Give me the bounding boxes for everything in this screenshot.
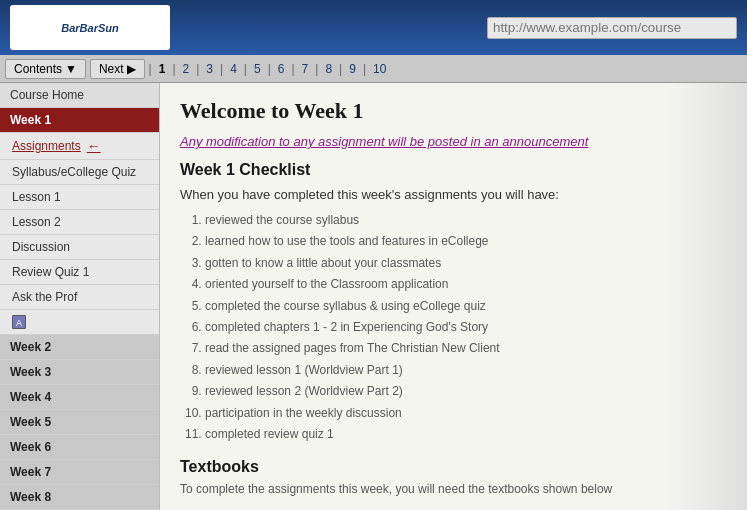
nav-bar: Contents ▼ Next ▶ | 1 | 2 | 3 | 4 | 5 | … (0, 55, 747, 83)
week5-label: Week 5 (10, 415, 51, 429)
page-link-5[interactable]: 5 (251, 62, 264, 76)
week6-label: Week 6 (10, 440, 51, 454)
next-label: Next (99, 62, 124, 76)
checklist-intro: When you have completed this week's assi… (180, 187, 727, 202)
checklist-item-8: reviewed lesson 1 (Worldview Part 1) (205, 360, 727, 380)
page-link-7[interactable]: 7 (299, 62, 312, 76)
sidebar-item-lesson1[interactable]: Lesson 1 (0, 185, 159, 210)
page-link-6[interactable]: 6 (275, 62, 288, 76)
page-link-1[interactable]: 1 (156, 62, 169, 76)
checklist-item-2: learned how to use the tools and feature… (205, 231, 727, 251)
lesson1-label: Lesson 1 (12, 190, 61, 204)
page-link-2[interactable]: 2 (180, 62, 193, 76)
page-link-8[interactable]: 8 (322, 62, 335, 76)
next-arrow-icon: ▶ (127, 62, 136, 76)
logo-text: BarBarSun (61, 22, 118, 34)
page-link-10[interactable]: 10 (370, 62, 389, 76)
sidebar-item-lesson2[interactable]: Lesson 2 (0, 210, 159, 235)
checklist-item-10: participation in the weekly discussion (205, 403, 727, 423)
checklist-title: Week 1 Checklist (180, 161, 727, 179)
page-link-9[interactable]: 9 (346, 62, 359, 76)
checklist-item-3: gotten to know a little about your class… (205, 253, 727, 273)
sidebar-item-week1[interactable]: Week 1 (0, 108, 159, 133)
ask-prof-label: Ask the Prof (12, 290, 77, 304)
checklist-item-5: completed the course syllabus & using eC… (205, 296, 727, 316)
sidebar-item-discussion[interactable]: Discussion (0, 235, 159, 260)
logo: BarBarSun (10, 5, 170, 50)
checklist-item-11: completed review quiz 1 (205, 424, 727, 444)
review-quiz-label: Review Quiz 1 (12, 265, 89, 279)
checklist: reviewed the course syllabus learned how… (205, 210, 727, 444)
sidebar-item-assignments[interactable]: Assignments ← (0, 133, 159, 160)
separator-7: | (291, 62, 294, 76)
next-button[interactable]: Next ▶ (90, 59, 145, 79)
separator-6: | (268, 62, 271, 76)
sidebar-item-small-icon[interactable]: A (0, 310, 159, 335)
sidebar-item-week2[interactable]: Week 2 (0, 335, 159, 360)
sidebar-item-week5[interactable]: Week 5 (0, 410, 159, 435)
separator-9: | (339, 62, 342, 76)
lesson2-label: Lesson 2 (12, 215, 61, 229)
page-link-4[interactable]: 4 (227, 62, 240, 76)
arrow-indicator-icon: ← (87, 138, 101, 154)
sidebar-item-syllabus[interactable]: Syllabus/eCollege Quiz (0, 160, 159, 185)
announcement-text: Any modification to any assignment will … (180, 134, 727, 149)
contents-button[interactable]: Contents ▼ (5, 59, 86, 79)
separator-4: | (220, 62, 223, 76)
contents-arrow-icon: ▼ (65, 62, 77, 76)
sidebar-item-week7[interactable]: Week 7 (0, 460, 159, 485)
sidebar: Course Home Week 1 Assignments ← Syllabu… (0, 83, 160, 510)
week4-label: Week 4 (10, 390, 51, 404)
separator-5: | (244, 62, 247, 76)
assignments-label: Assignments (12, 139, 81, 153)
checklist-item-4: oriented yourself to the Classroom appli… (205, 274, 727, 294)
page-title: Welcome to Week 1 (180, 98, 727, 124)
content-area: Welcome to Week 1 Any modification to an… (160, 83, 747, 510)
week2-label: Week 2 (10, 340, 51, 354)
url-input[interactable] (487, 17, 737, 39)
discussion-label: Discussion (12, 240, 70, 254)
week1-label: Week 1 (10, 113, 51, 127)
textbooks-text: To complete the assignments this week, y… (180, 482, 727, 496)
contents-label: Contents (14, 62, 62, 76)
small-icon: A (12, 315, 26, 329)
separator-3: | (196, 62, 199, 76)
week3-label: Week 3 (10, 365, 51, 379)
sidebar-item-ask-prof[interactable]: Ask the Prof (0, 285, 159, 310)
separator-2: | (172, 62, 175, 76)
header: BarBarSun (0, 0, 747, 55)
separator-8: | (315, 62, 318, 76)
week8-label: Week 8 (10, 490, 51, 504)
checklist-item-6: completed chapters 1 - 2 in Experiencing… (205, 317, 727, 337)
syllabus-label: Syllabus/eCollege Quiz (12, 165, 136, 179)
sidebar-item-week4[interactable]: Week 4 (0, 385, 159, 410)
separator-1: | (149, 62, 152, 76)
textbooks-title: Textbooks (180, 458, 727, 476)
header-right (170, 17, 737, 39)
checklist-item-9: reviewed lesson 2 (Worldview Part 2) (205, 381, 727, 401)
checklist-item-7: read the assigned pages from The Christi… (205, 338, 727, 358)
separator-10: | (363, 62, 366, 76)
course-home-label: Course Home (10, 88, 84, 102)
sidebar-item-week6[interactable]: Week 6 (0, 435, 159, 460)
sidebar-item-review-quiz[interactable]: Review Quiz 1 (0, 260, 159, 285)
page-link-3[interactable]: 3 (203, 62, 216, 76)
sidebar-item-course-home[interactable]: Course Home (0, 83, 159, 108)
sidebar-item-week8[interactable]: Week 8 (0, 485, 159, 510)
week7-label: Week 7 (10, 465, 51, 479)
checklist-item-1: reviewed the course syllabus (205, 210, 727, 230)
sidebar-item-week3[interactable]: Week 3 (0, 360, 159, 385)
main-layout: Course Home Week 1 Assignments ← Syllabu… (0, 83, 747, 510)
